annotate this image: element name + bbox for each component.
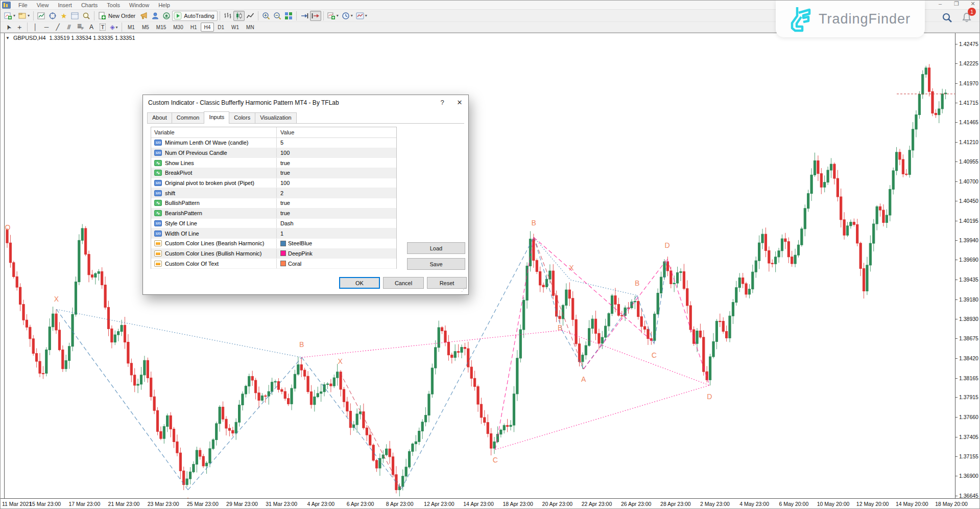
timeframe-w1[interactable]: W1: [228, 22, 243, 32]
param-row[interactable]: 123Num Of Previous Candle100: [151, 148, 396, 158]
autotrading-button[interactable]: AutoTrading: [172, 11, 218, 21]
dialog-title-bar[interactable]: Custom Indicator - Classic Bufferfly Har…: [143, 95, 468, 110]
resize-grip-icon[interactable]: ⋰: [461, 287, 467, 293]
tab-inputs[interactable]: Inputs: [204, 111, 229, 124]
timeframe-mn[interactable]: MN: [243, 22, 258, 32]
new-chart-button[interactable]: ▾: [3, 11, 17, 21]
chevron-down-icon[interactable]: ▾: [13, 13, 15, 18]
menu-view[interactable]: View: [32, 1, 54, 9]
minimize-button[interactable]: –: [936, 1, 945, 7]
param-row[interactable]: 123Minimum Lenth Of Wave (candle)5: [151, 138, 396, 148]
param-value-cell[interactable]: 5: [277, 140, 396, 146]
navigator-button[interactable]: [81, 11, 92, 21]
menu-window[interactable]: Window: [125, 1, 154, 9]
crosshair-tool[interactable]: ＋: [14, 22, 25, 32]
chevron-down-icon[interactable]: ▾: [337, 13, 339, 18]
notifications-button[interactable]: 1: [961, 12, 972, 24]
chevron-down-icon[interactable]: ▾: [365, 13, 367, 18]
cancel-button[interactable]: Cancel: [383, 277, 424, 289]
param-row[interactable]: 123Original pivot to broken pivot (Pipet…: [151, 178, 396, 189]
close-button[interactable]: ✕: [968, 1, 977, 7]
dialog-close-button[interactable]: ✕: [452, 95, 467, 110]
new-order-button[interactable]: New Order: [97, 11, 138, 21]
param-value-cell[interactable]: Dash: [277, 220, 396, 226]
community-button[interactable]: [150, 11, 161, 21]
timeframe-h1[interactable]: H1: [187, 22, 201, 32]
param-row[interactable]: ∿BullishPatterntrue: [151, 198, 396, 209]
variable-column-header[interactable]: Variable: [151, 127, 277, 137]
trendline-tool[interactable]: ╱: [52, 22, 63, 32]
param-value-cell[interactable]: Coral: [277, 261, 396, 267]
param-row[interactable]: Custom Color Lines (Bearish Harmonic)Ste…: [151, 239, 396, 249]
tab-colors[interactable]: Colors: [229, 112, 255, 124]
param-value-cell[interactable]: true: [277, 210, 396, 216]
templates-button[interactable]: ▾: [354, 11, 369, 21]
param-value-cell[interactable]: 100: [277, 180, 396, 186]
tab-common[interactable]: Common: [172, 112, 205, 124]
market-button[interactable]: [161, 11, 172, 21]
param-value-cell[interactable]: 1: [277, 230, 396, 237]
menu-file[interactable]: File: [14, 1, 32, 9]
param-value-cell[interactable]: true: [277, 160, 396, 166]
chart-shift-button[interactable]: [310, 11, 321, 21]
search-icon[interactable]: [942, 12, 953, 24]
shapes-tool[interactable]: ◈▾: [108, 22, 119, 32]
channel-tool[interactable]: ⫻: [63, 22, 75, 32]
tab-visualization[interactable]: Visualization: [255, 112, 297, 124]
param-value-cell[interactable]: SteelBlue: [277, 240, 396, 246]
profiles-button[interactable]: ▾: [17, 11, 31, 21]
param-row[interactable]: 123shift2: [151, 188, 396, 198]
param-row[interactable]: Custom Color Of TextCoral: [151, 259, 396, 269]
tile-windows-button[interactable]: [283, 11, 294, 21]
param-value-cell[interactable]: 100: [277, 150, 396, 156]
fibonacci-tool[interactable]: ≣F: [75, 22, 86, 32]
menu-insert[interactable]: Insert: [53, 1, 77, 9]
param-row[interactable]: ∿BreakPivottrue: [151, 168, 396, 178]
param-row[interactable]: ∿Show Linestrue: [151, 158, 396, 168]
timeframe-m1[interactable]: M1: [124, 22, 138, 32]
param-value-cell[interactable]: 2: [277, 190, 396, 196]
bar-chart-button[interactable]: [222, 11, 233, 21]
horizontal-line-tool[interactable]: ─: [41, 22, 52, 32]
price-axis[interactable]: 1.424751.422251.419701.417151.414651.412…: [955, 33, 980, 498]
param-row[interactable]: ∿BearishPatterntrue: [151, 209, 396, 219]
candle-chart-button[interactable]: [233, 11, 245, 21]
zoom-out-button[interactable]: [272, 11, 283, 21]
timeframe-m30[interactable]: M30: [170, 22, 186, 32]
chevron-down-icon[interactable]: ▾: [351, 13, 353, 18]
timeframe-m5[interactable]: M5: [138, 22, 153, 32]
label-tool[interactable]: T: [97, 22, 108, 32]
zoom-in-button[interactable]: [260, 11, 272, 21]
menu-charts[interactable]: Charts: [77, 1, 102, 9]
timeframe-d1[interactable]: D1: [214, 22, 228, 32]
auto-scroll-button[interactable]: [299, 11, 310, 21]
crosshair-mode-button[interactable]: [47, 11, 58, 21]
param-value-cell[interactable]: true: [277, 200, 396, 206]
param-value-cell[interactable]: DeepPink: [277, 250, 396, 257]
periods-button[interactable]: ▾: [340, 11, 354, 21]
vertical-line-tool[interactable]: │: [30, 22, 41, 32]
text-tool[interactable]: A: [86, 22, 97, 32]
restore-button[interactable]: ❐: [952, 1, 961, 7]
timeframe-m15[interactable]: M15: [153, 22, 170, 32]
chevron-down-icon[interactable]: ▾: [28, 13, 30, 18]
tab-about[interactable]: About: [147, 112, 172, 124]
market-watch-button[interactable]: [69, 11, 81, 21]
tick-chart-button[interactable]: [36, 11, 47, 21]
load-button[interactable]: Load: [407, 242, 465, 254]
ok-button[interactable]: OK: [339, 277, 380, 289]
favorites-button[interactable]: ★: [58, 11, 69, 21]
timeframe-h4[interactable]: H4: [201, 22, 214, 32]
time-axis[interactable]: 11 Mar 202115 Mar 23:0017 Mar 23:0021 Ma…: [1, 498, 980, 509]
line-chart-button[interactable]: [245, 11, 256, 21]
param-row[interactable]: 123Width Of Line1: [151, 228, 396, 239]
save-button[interactable]: Save: [407, 258, 465, 270]
param-row[interactable]: 123Style Of LineDash: [151, 219, 396, 229]
dialog-help-button[interactable]: ?: [435, 95, 450, 110]
value-column-header[interactable]: Value: [277, 129, 396, 135]
menu-help[interactable]: Help: [154, 1, 175, 9]
param-value-cell[interactable]: true: [277, 170, 396, 176]
param-row[interactable]: Custom Color Lines (Bullish Harmonic)Dee…: [151, 249, 396, 259]
chevron-down-icon[interactable]: ▾: [116, 25, 118, 30]
indicators-button[interactable]: ▾: [326, 11, 340, 21]
